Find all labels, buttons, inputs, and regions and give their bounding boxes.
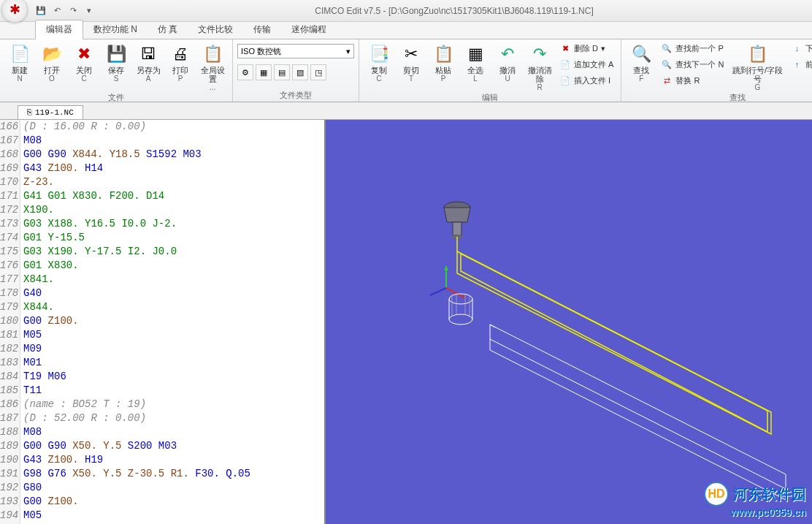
global-settings-button[interactable]: 📋全局设置... (197, 41, 228, 91)
qat-undo-icon[interactable]: ↶ (50, 4, 64, 18)
group-filetype: ISO 数控铣▾ ⚙ ▦ ▤ ▧ ◳ 文件类型 (233, 39, 359, 102)
print-button[interactable]: 🖨打印P (165, 41, 196, 83)
qat-dropdown-icon[interactable]: ▾ (82, 4, 96, 18)
code-line[interactable]: 185T11 (0, 384, 324, 398)
svg-line-4 (446, 288, 465, 298)
open-folder-icon: 📂 (40, 42, 64, 66)
code-editor[interactable]: 166(D : 16.00 R : 0.00)167M08168G00 G90 … (0, 120, 326, 524)
addfile-button[interactable]: 📄追加文件 A (556, 57, 616, 72)
line-code: M05 (20, 509, 42, 523)
tab-mini-programming[interactable]: 迷你编程 (281, 20, 337, 39)
selectall-button[interactable]: ▦全选L (460, 41, 491, 83)
save-button[interactable]: 💾保存S (101, 41, 131, 83)
document-tab-strip: ⎘ 119-1.NC (0, 102, 812, 120)
document-tab[interactable]: ⎘ 119-1.NC (18, 105, 83, 119)
code-line[interactable]: 170Z-23. (0, 175, 324, 189)
line-number: 194 (0, 509, 20, 523)
filetype-tool1-icon[interactable]: ⚙ (237, 64, 253, 80)
prevchange-button[interactable]: ↑前一个换刀 (788, 57, 812, 72)
code-line[interactable]: 194M05 (0, 509, 324, 523)
filetype-tool4-icon[interactable]: ▧ (292, 64, 308, 80)
code-line[interactable]: 168G00 G90 X844. Y18.5 S1592 M03 (0, 148, 324, 162)
filetype-tool2-icon[interactable]: ▦ (256, 64, 272, 80)
code-line[interactable]: 193G00 Z100. (0, 495, 324, 509)
svg-point-10 (449, 314, 472, 324)
filetype-tool3-icon[interactable]: ▤ (274, 64, 290, 80)
findprev-button[interactable]: 🔍查找前一个 P (658, 41, 727, 56)
line-number: 172 (0, 203, 20, 217)
line-number: 187 (0, 411, 20, 425)
copy-button[interactable]: 📑复制C (364, 41, 394, 83)
code-line[interactable]: 172X190. (0, 203, 324, 217)
open-button[interactable]: 📂打开O (37, 41, 67, 83)
code-line[interactable]: 179X844. (0, 300, 324, 314)
code-line[interactable]: 182M09 (0, 342, 324, 356)
close-folder-icon: ✖ (72, 42, 96, 66)
title-bar: ✱ 💾 ↶ ↷ ▾ CIMCO Edit v7.5 - [D:\GongZuo\… (0, 0, 812, 22)
code-line[interactable]: 192G80 (0, 481, 324, 495)
group-file-label: 文件 (4, 91, 228, 104)
qat-redo-icon[interactable]: ↷ (66, 4, 80, 18)
insertfile-button[interactable]: 📄插入文件 I (556, 73, 616, 88)
code-line[interactable]: 191G98 G76 X50. Y.5 Z-30.5 R1. F30. Q.05 (0, 467, 324, 481)
code-line[interactable]: 183M01 (0, 356, 324, 370)
cut-button[interactable]: ✂剪切T (396, 41, 426, 83)
tab-nc-functions[interactable]: 数控功能 N (83, 20, 148, 39)
code-line[interactable]: 189G00 G90 X50. Y.5 S200 M03 (0, 439, 324, 453)
line-number: 188 (0, 425, 20, 439)
code-line[interactable]: 171G41 G01 X830. F200. D14 (0, 189, 324, 203)
filetype-combo[interactable]: ISO 数控铣▾ (237, 44, 354, 58)
line-code: X190. (20, 203, 54, 217)
code-line[interactable]: 184T19 M06 (0, 370, 324, 384)
saveas-button[interactable]: 🖫另存为A (133, 41, 164, 83)
line-code: G98 G76 X50. Y.5 Z-30.5 R1. F30. Q.05 (20, 467, 250, 481)
filetype-tool5-icon[interactable]: ◳ (310, 64, 326, 80)
paste-button[interactable]: 📋粘贴P (428, 41, 459, 83)
watermark: HD 河东软件园 www.pc0359.cn (704, 482, 806, 518)
nextchange-button[interactable]: ↓下一个换刀 (788, 41, 812, 56)
line-code: G00 Z100. (20, 314, 79, 328)
group-edit-label: 编辑 (364, 91, 616, 104)
group-edit: 📑复制C ✂剪切T 📋粘贴P ▦全选L ↶撤消U ↷撤消清除R ✖删除 D▾ 📄… (359, 39, 621, 102)
tab-simulation[interactable]: 仿 真 (148, 20, 188, 39)
delete-button[interactable]: ✖删除 D▾ (556, 41, 616, 56)
line-code: M08 (20, 134, 42, 148)
code-line[interactable]: 177X841. (0, 273, 324, 286)
undo-button[interactable]: ↶撤消U (492, 41, 523, 83)
group-filetype-label: 文件类型 (237, 89, 354, 102)
line-number: 179 (0, 300, 20, 314)
line-code: M09 (20, 342, 42, 356)
replace-icon: ⇄ (661, 75, 673, 86)
code-line[interactable]: 190G43 Z100. H19 (0, 453, 324, 467)
line-number: 170 (0, 175, 20, 189)
code-line[interactable]: 167M08 (0, 134, 324, 148)
qat-save-icon[interactable]: 💾 (34, 4, 48, 18)
code-line[interactable]: 166(D : 16.00 R : 0.00) (0, 120, 324, 134)
code-line[interactable]: 186(name : BO52 T : 19) (0, 398, 324, 411)
code-line[interactable]: 169G43 Z100. H14 (0, 162, 324, 175)
findnext-button[interactable]: 🔍查找下一个 N (658, 57, 727, 72)
code-line[interactable]: 174G01 Y-15.5 (0, 231, 324, 245)
replace-button[interactable]: ⇄替换 R (658, 73, 727, 88)
line-code: G43 Z100. H14 (20, 162, 103, 175)
tab-editor[interactable]: 编辑器 (35, 20, 83, 39)
app-menu-icon[interactable]: ✱ (1, 0, 28, 23)
code-line[interactable]: 180G00 Z100. (0, 314, 324, 328)
new-button[interactable]: 📄新建N (4, 41, 35, 83)
code-line[interactable]: 175G03 X190. Y-17.5 I2. J0.0 (0, 245, 324, 259)
goto-button[interactable]: 📋跳到行号/字段号G (728, 41, 786, 91)
line-number: 190 (0, 453, 20, 467)
code-line[interactable]: 187(D : 52.00 R : 0.00) (0, 411, 324, 425)
code-line[interactable]: 173G03 X188. Y16.5 I0.0 J-2. (0, 217, 324, 231)
code-line[interactable]: 188M08 (0, 425, 324, 439)
code-line[interactable]: 181M05 (0, 328, 324, 342)
tab-transfer[interactable]: 传输 (243, 20, 281, 39)
close-button[interactable]: ✖关闭C (69, 41, 99, 83)
code-line[interactable]: 178G40 (0, 286, 324, 300)
svg-marker-6 (444, 266, 448, 270)
find-button[interactable]: 🔍查找F (626, 41, 656, 83)
redo-button[interactable]: ↷撤消清除R (524, 41, 555, 91)
tab-file-compare[interactable]: 文件比较 (188, 20, 243, 39)
3d-viewer[interactable]: HD 河东软件园 www.pc0359.cn (326, 120, 812, 524)
code-line[interactable]: 176G01 X830. (0, 259, 324, 273)
